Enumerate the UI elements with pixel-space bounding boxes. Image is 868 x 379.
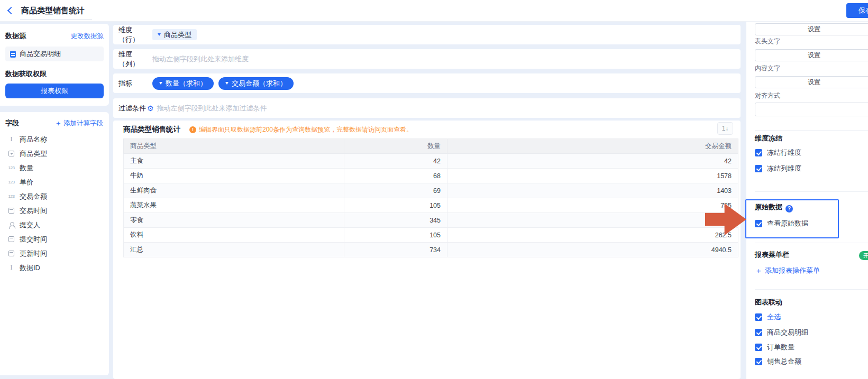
field-item[interactable]: 数据ID xyxy=(4,261,105,275)
datasource-item[interactable]: 商品交易明细 xyxy=(5,47,104,61)
permission-heading: 数据获取权限 xyxy=(5,69,104,79)
column-header: 商品类型 xyxy=(124,139,344,154)
datasource-item-label: 商品交易明细 xyxy=(20,49,61,59)
header-text-setting-button[interactable]: 设置 xyxy=(755,49,868,61)
divider xyxy=(755,191,868,192)
row-dimension-dropzone[interactable]: 维度（行） 商品类型 xyxy=(113,25,741,44)
linkage-checkbox-row[interactable]: 销售总金额 xyxy=(755,357,801,366)
content-text-setting-button[interactable]: 设置 xyxy=(755,76,868,88)
field-item[interactable]: 数量 xyxy=(4,161,105,175)
help-icon[interactable]: ? xyxy=(785,205,793,212)
checkbox-checked[interactable] xyxy=(755,220,762,227)
back-icon[interactable] xyxy=(7,7,15,14)
linkage-checkbox-row[interactable]: 商品交易明细 xyxy=(755,328,808,337)
align-label: 对齐方式 xyxy=(755,91,780,100)
report-permission-button[interactable]: 报表权限 xyxy=(5,84,104,98)
freeze-heading: 维度冻结 xyxy=(755,134,782,143)
row-dimension-label: 维度（行） xyxy=(118,25,152,44)
top-bar: 商品类型销售统计 保存 xyxy=(0,0,868,22)
calendar-icon xyxy=(8,208,14,214)
field-item[interactable]: 商品类型 xyxy=(4,146,105,161)
datasource-card: 数据源 更改数据源 商品交易明细 数据获取权限 报表权限 xyxy=(0,24,109,106)
sort-toggle[interactable]: 1↓ xyxy=(717,122,733,135)
field-item[interactable]: 提交时间 xyxy=(4,232,105,246)
checkbox-checked[interactable] xyxy=(755,344,762,351)
checkbox-checked[interactable] xyxy=(755,149,762,156)
metrics-label: 指标 xyxy=(118,79,152,88)
chart-linkage-heading: 图表联动 xyxy=(755,298,782,307)
checkbox-checked[interactable] xyxy=(755,358,762,365)
field-item[interactable]: 单价 xyxy=(4,175,105,189)
filter-dropzone[interactable]: 过滤条件 ⚙ 拖动左侧字段到此处来添加过滤条件 xyxy=(113,98,741,118)
divider xyxy=(755,289,868,290)
filter-label: 过滤条件 xyxy=(118,104,146,113)
field-item[interactable]: 更新时间 xyxy=(4,246,105,261)
report-title: 商品类型销售统计 xyxy=(123,125,180,134)
number-icon xyxy=(7,194,15,199)
divider xyxy=(755,130,868,131)
number-icon xyxy=(7,180,15,184)
table-header-row: 商品类型 数量 交易金额 xyxy=(124,139,738,154)
gear-icon[interactable]: ⚙ xyxy=(147,104,154,113)
field-item[interactable]: 交易时间 xyxy=(4,204,105,218)
add-calc-field-link[interactable]: ＋ 添加计算字段 xyxy=(54,119,103,128)
page-title-field[interactable]: 商品类型销售统计 xyxy=(20,5,92,20)
preview-notice: ! 编辑界面只取数据源前200条作为查询数据预览，完整数据请访问页面查看。 xyxy=(189,125,413,134)
text-icon xyxy=(7,135,15,143)
table-row: 生鲜肉食 69 1403 xyxy=(124,183,738,198)
change-datasource-link[interactable]: 更改数据源 xyxy=(71,32,104,41)
metric-tag[interactable]: 数量（求和） xyxy=(152,77,214,90)
col-dimension-label: 维度（列） xyxy=(118,50,152,69)
table-row: 零食 345 920 xyxy=(124,213,738,228)
view-raw-data-checkbox-row[interactable]: 查看原始数据 xyxy=(755,219,808,228)
divider xyxy=(755,243,868,243)
header-style-setting-button[interactable]: 设置 xyxy=(755,23,868,35)
linkage-checkbox-row[interactable]: 订单数量 xyxy=(755,343,794,352)
warning-icon: ! xyxy=(189,126,196,133)
datasource-heading: 数据源 xyxy=(5,31,26,41)
user-icon xyxy=(8,222,15,228)
preview-table: 商品类型 数量 交易金额 主食 42 42 牛奶 68 1578 生鲜肉食 69… xyxy=(123,138,738,257)
checkbox-checked[interactable] xyxy=(755,329,762,336)
table-row: 饮料 105 262.5 xyxy=(124,228,738,243)
metrics-dropzone[interactable]: 指标 数量（求和） 交易金额（求和） xyxy=(113,73,741,93)
text-icon xyxy=(7,264,15,272)
metric-tag[interactable]: 交易金额（求和） xyxy=(218,77,294,90)
select-all-checkbox-row[interactable]: 全选 xyxy=(755,312,781,322)
raw-data-heading: 原始数据? xyxy=(755,202,793,212)
table-row: 牛奶 68 1578 xyxy=(124,169,738,183)
field-item[interactable]: 交易金额 xyxy=(4,189,105,204)
chevron-down-icon xyxy=(158,33,161,36)
toggle-on[interactable]: 开 xyxy=(859,251,868,260)
content-text-label: 内容文字 xyxy=(755,64,780,73)
calendar-icon xyxy=(8,236,14,242)
freeze-row-checkbox-row[interactable]: 冻结行维度 xyxy=(755,148,801,158)
col-dimension-placeholder: 拖动左侧字段到此处来添加维度 xyxy=(152,54,249,64)
checkbox-checked[interactable] xyxy=(755,313,762,321)
col-dimension-dropzone[interactable]: 维度（列） 拖动左侧字段到此处来添加维度 xyxy=(113,49,741,69)
document-icon xyxy=(10,51,16,58)
select-icon xyxy=(8,151,14,156)
header-text-label: 表头文字 xyxy=(755,37,780,46)
field-list: 商品名称 商品类型 数量 单价 交易金额 交易时间 提交人 提交时间 更新时间 … xyxy=(4,132,105,275)
filter-placeholder: 拖动左侧字段到此处来添加过滤条件 xyxy=(157,104,267,113)
report-menu-heading: 报表菜单栏 xyxy=(755,250,789,260)
field-item[interactable]: 商品名称 xyxy=(4,132,105,146)
field-item[interactable]: 提交人 xyxy=(4,218,105,232)
number-icon xyxy=(7,165,15,170)
chevron-down-icon xyxy=(225,82,229,85)
checkbox-checked[interactable] xyxy=(755,165,762,172)
plus-icon: ＋ xyxy=(755,267,762,274)
fields-card: 字段 ＋ 添加计算字段 商品名称 商品类型 数量 单价 交易金额 交易时间 提交… xyxy=(0,112,109,375)
align-select[interactable] xyxy=(755,103,868,116)
settings-panel: 设置 表头文字 设置 内容文字 设置 对齐方式 维度冻结 冻结行维度 冻结列维度… xyxy=(746,22,868,379)
freeze-col-checkbox-row[interactable]: 冻结列维度 xyxy=(755,164,801,173)
dimension-tag[interactable]: 商品类型 xyxy=(152,29,197,40)
table-row: 蔬菜水果 105 735 xyxy=(124,198,738,213)
fields-heading: 字段 xyxy=(5,118,19,128)
plus-icon: ＋ xyxy=(54,119,62,127)
table-summary-row: 汇总 734 4940.5 xyxy=(124,243,738,257)
report-preview-card: 商品类型销售统计 ! 编辑界面只取数据源前200条作为查询数据预览，完整数据请访… xyxy=(113,121,741,379)
add-report-menu-link[interactable]: ＋ 添加报表操作菜单 xyxy=(755,266,820,275)
save-button[interactable]: 保存 xyxy=(846,3,868,18)
